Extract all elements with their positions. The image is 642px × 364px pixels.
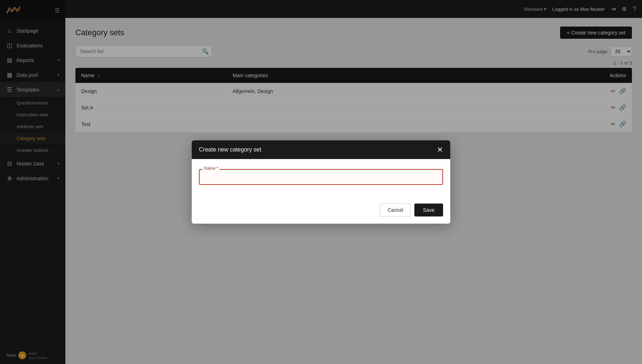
save-button[interactable]: Save	[414, 204, 443, 216]
name-field: Name *	[199, 169, 443, 185]
modal-overlay: Create new category set ✕ Name * Cancel …	[0, 0, 642, 364]
modal-close-button[interactable]: ✕	[437, 146, 443, 153]
modal-title: Create new category set	[199, 146, 261, 153]
name-input[interactable]	[199, 169, 443, 185]
create-category-set-modal: Create new category set ✕ Name * Cancel …	[192, 140, 450, 224]
name-field-label: Name *	[203, 166, 220, 171]
cancel-button[interactable]: Cancel	[380, 204, 411, 216]
modal-body: Name *	[192, 159, 450, 199]
modal-footer: Cancel Save	[192, 199, 450, 224]
modal-header: Create new category set ✕	[192, 140, 450, 159]
